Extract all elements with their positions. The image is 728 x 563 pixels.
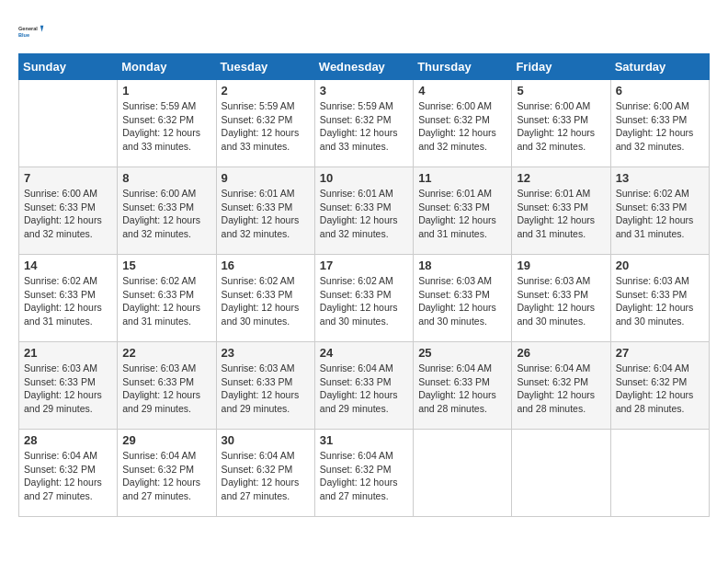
day-number: 2 [222, 84, 310, 98]
day-info: Sunrise: 6:01 AM Sunset: 6:33 PM Dayligh… [418, 187, 506, 241]
calendar-cell: 1Sunrise: 5:59 AM Sunset: 6:32 PM Daylig… [118, 80, 216, 167]
day-number: 10 [320, 171, 408, 185]
day-number: 22 [122, 346, 210, 360]
calendar-cell: 14Sunrise: 6:02 AM Sunset: 6:33 PM Dayli… [19, 255, 118, 342]
day-info: Sunrise: 5:59 AM Sunset: 6:32 PM Dayligh… [122, 99, 210, 154]
day-info: Sunrise: 6:04 AM Sunset: 6:33 PM Dayligh… [320, 362, 408, 416]
day-info: Sunrise: 5:59 AM Sunset: 6:32 PM Dayligh… [222, 99, 310, 154]
day-info: Sunrise: 6:04 AM Sunset: 6:32 PM Dayligh… [222, 449, 310, 503]
day-number: 23 [222, 346, 310, 360]
day-number: 4 [418, 84, 506, 98]
week-row-4: 21Sunrise: 6:03 AM Sunset: 6:33 PM Dayli… [19, 342, 710, 430]
svg-text:Blue: Blue [18, 32, 29, 38]
day-number: 18 [418, 259, 506, 272]
calendar-cell: 29Sunrise: 6:04 AM Sunset: 6:32 PM Dayli… [118, 430, 216, 517]
week-row-1: 1Sunrise: 5:59 AM Sunset: 6:32 PM Daylig… [19, 80, 710, 167]
calendar-cell: 4Sunrise: 6:00 AM Sunset: 6:32 PM Daylig… [414, 80, 512, 167]
day-info: Sunrise: 6:01 AM Sunset: 6:33 PM Dayligh… [517, 187, 605, 241]
calendar-cell: 6Sunrise: 6:00 AM Sunset: 6:33 PM Daylig… [610, 80, 709, 167]
day-info: Sunrise: 6:02 AM Sunset: 6:33 PM Dayligh… [122, 274, 210, 328]
logo: GeneralBlue [18, 18, 44, 44]
calendar-cell: 28Sunrise: 6:04 AM Sunset: 6:32 PM Dayli… [19, 430, 118, 517]
calendar-cell: 31Sunrise: 6:04 AM Sunset: 6:32 PM Dayli… [314, 430, 413, 517]
calendar-cell: 30Sunrise: 6:04 AM Sunset: 6:32 PM Dayli… [216, 430, 314, 517]
calendar-cell [512, 430, 610, 517]
day-info: Sunrise: 5:59 AM Sunset: 6:32 PM Dayligh… [320, 99, 408, 154]
day-number: 8 [122, 171, 210, 185]
day-number: 25 [418, 346, 506, 360]
calendar-cell: 16Sunrise: 6:02 AM Sunset: 6:33 PM Dayli… [216, 255, 314, 342]
calendar-cell: 26Sunrise: 6:04 AM Sunset: 6:32 PM Dayli… [512, 342, 610, 430]
day-info: Sunrise: 6:04 AM Sunset: 6:32 PM Dayligh… [616, 362, 704, 416]
day-number: 9 [222, 171, 310, 185]
calendar-cell: 7Sunrise: 6:00 AM Sunset: 6:33 PM Daylig… [19, 167, 118, 255]
week-row-3: 14Sunrise: 6:02 AM Sunset: 6:33 PM Dayli… [19, 255, 710, 342]
column-header-wednesday: Wednesday [314, 54, 413, 80]
week-row-2: 7Sunrise: 6:00 AM Sunset: 6:33 PM Daylig… [19, 167, 710, 255]
day-info: Sunrise: 6:04 AM Sunset: 6:32 PM Dayligh… [320, 449, 408, 503]
week-row-5: 28Sunrise: 6:04 AM Sunset: 6:32 PM Dayli… [19, 430, 710, 517]
calendar-cell: 24Sunrise: 6:04 AM Sunset: 6:33 PM Dayli… [314, 342, 413, 430]
day-number: 3 [320, 84, 408, 98]
calendar-cell: 15Sunrise: 6:02 AM Sunset: 6:33 PM Dayli… [118, 255, 216, 342]
day-info: Sunrise: 6:01 AM Sunset: 6:33 PM Dayligh… [320, 187, 408, 241]
day-number: 13 [616, 171, 704, 185]
day-number: 17 [320, 259, 408, 272]
day-info: Sunrise: 6:03 AM Sunset: 6:33 PM Dayligh… [222, 362, 310, 416]
day-number: 12 [517, 171, 605, 185]
column-header-friday: Friday [512, 54, 610, 80]
day-number: 11 [418, 171, 506, 185]
calendar-cell [414, 430, 512, 517]
day-number: 7 [24, 171, 112, 185]
column-header-thursday: Thursday [414, 54, 512, 80]
calendar-table: SundayMondayTuesdayWednesdayThursdayFrid… [18, 53, 710, 517]
header-row: SundayMondayTuesdayWednesdayThursdayFrid… [19, 54, 710, 80]
day-number: 31 [320, 433, 408, 447]
calendar-cell: 11Sunrise: 6:01 AM Sunset: 6:33 PM Dayli… [414, 167, 512, 255]
day-info: Sunrise: 6:03 AM Sunset: 6:33 PM Dayligh… [517, 274, 605, 328]
column-header-sunday: Sunday [19, 54, 118, 80]
calendar-cell [610, 430, 709, 517]
calendar-cell: 22Sunrise: 6:03 AM Sunset: 6:33 PM Dayli… [118, 342, 216, 430]
calendar-cell: 27Sunrise: 6:04 AM Sunset: 6:32 PM Dayli… [610, 342, 709, 430]
calendar-body: 1Sunrise: 5:59 AM Sunset: 6:32 PM Daylig… [19, 80, 710, 517]
day-info: Sunrise: 6:03 AM Sunset: 6:33 PM Dayligh… [122, 362, 210, 416]
day-info: Sunrise: 6:02 AM Sunset: 6:33 PM Dayligh… [24, 274, 112, 328]
calendar-cell: 5Sunrise: 6:00 AM Sunset: 6:33 PM Daylig… [512, 80, 610, 167]
day-info: Sunrise: 6:03 AM Sunset: 6:33 PM Dayligh… [418, 274, 506, 328]
svg-marker-2 [40, 26, 44, 32]
day-number: 27 [616, 346, 704, 360]
day-number: 28 [24, 433, 112, 447]
day-info: Sunrise: 6:04 AM Sunset: 6:32 PM Dayligh… [122, 449, 210, 503]
logo-icon: GeneralBlue [18, 18, 44, 44]
day-number: 15 [122, 259, 210, 272]
day-info: Sunrise: 6:04 AM Sunset: 6:32 PM Dayligh… [517, 362, 605, 416]
page-header: GeneralBlue [18, 18, 710, 44]
day-info: Sunrise: 6:02 AM Sunset: 6:33 PM Dayligh… [222, 274, 310, 328]
calendar-cell: 20Sunrise: 6:03 AM Sunset: 6:33 PM Dayli… [610, 255, 709, 342]
day-info: Sunrise: 6:02 AM Sunset: 6:33 PM Dayligh… [616, 187, 704, 241]
calendar-cell: 8Sunrise: 6:00 AM Sunset: 6:33 PM Daylig… [118, 167, 216, 255]
day-number: 26 [517, 346, 605, 360]
day-info: Sunrise: 6:00 AM Sunset: 6:33 PM Dayligh… [122, 187, 210, 241]
day-number: 14 [24, 259, 112, 272]
calendar-cell: 2Sunrise: 5:59 AM Sunset: 6:32 PM Daylig… [216, 80, 314, 167]
day-info: Sunrise: 6:00 AM Sunset: 6:33 PM Dayligh… [517, 99, 605, 154]
day-number: 24 [320, 346, 408, 360]
calendar-cell [19, 80, 118, 167]
calendar-cell: 21Sunrise: 6:03 AM Sunset: 6:33 PM Dayli… [19, 342, 118, 430]
column-header-tuesday: Tuesday [216, 54, 314, 80]
day-info: Sunrise: 6:03 AM Sunset: 6:33 PM Dayligh… [616, 274, 704, 328]
day-number: 5 [517, 84, 605, 98]
day-info: Sunrise: 6:04 AM Sunset: 6:32 PM Dayligh… [24, 449, 112, 503]
calendar-cell: 17Sunrise: 6:02 AM Sunset: 6:33 PM Dayli… [314, 255, 413, 342]
day-number: 30 [222, 433, 310, 447]
day-number: 20 [616, 259, 704, 272]
day-info: Sunrise: 6:00 AM Sunset: 6:33 PM Dayligh… [24, 187, 112, 241]
calendar-cell: 3Sunrise: 5:59 AM Sunset: 6:32 PM Daylig… [314, 80, 413, 167]
calendar-cell: 10Sunrise: 6:01 AM Sunset: 6:33 PM Dayli… [314, 167, 413, 255]
calendar-cell: 12Sunrise: 6:01 AM Sunset: 6:33 PM Dayli… [512, 167, 610, 255]
calendar-cell: 19Sunrise: 6:03 AM Sunset: 6:33 PM Dayli… [512, 255, 610, 342]
day-number: 29 [122, 433, 210, 447]
day-number: 6 [616, 84, 704, 98]
